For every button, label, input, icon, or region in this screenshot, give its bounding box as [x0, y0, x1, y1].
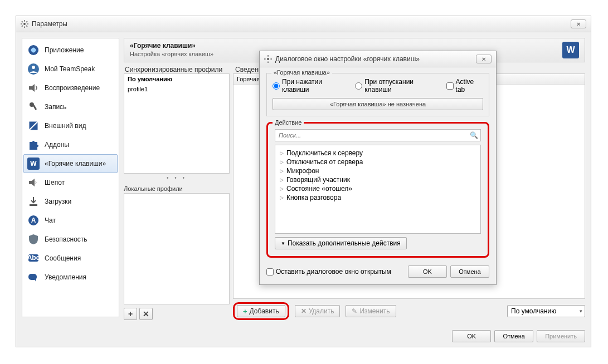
- add-button[interactable]: +Добавить: [237, 305, 285, 317]
- profile-dropdown[interactable]: По умолчанию: [507, 305, 585, 317]
- delete-button[interactable]: ✕Удалить: [295, 305, 341, 317]
- close-button[interactable]: ✕: [571, 19, 586, 28]
- sidebar-item-application[interactable]: Приложение: [23, 41, 118, 60]
- plus-icon: +: [243, 307, 247, 316]
- puzzle-icon: [27, 138, 40, 151]
- sidebar-item-downloads[interactable]: Загрузки: [23, 192, 118, 211]
- sidebar-item-label: Безопасность: [45, 235, 87, 243]
- checkbox-label: Оставить диалоговое окно открытым: [276, 268, 391, 276]
- on-release-radio[interactable]: При отпускании клавиши: [355, 78, 438, 94]
- svg-point-11: [32, 66, 35, 69]
- remove-profile-button[interactable]: ✕: [139, 308, 153, 320]
- chat-icon: A: [27, 214, 40, 227]
- tree-label: Подключиться к серверу: [286, 149, 363, 157]
- splitter-handle[interactable]: • • •: [124, 174, 230, 182]
- gear-icon: [264, 55, 272, 63]
- action-fieldset: Действие 🔍 ▷Подключиться к серверу ▷Откл…: [266, 122, 489, 258]
- hotkey-legend: «Горячая клавиша»: [271, 69, 332, 76]
- app-icon: [27, 43, 40, 57]
- profile-item[interactable]: profile1: [124, 84, 229, 94]
- edit-button[interactable]: ✎Изменить: [346, 305, 396, 317]
- expand-icon: ▷: [279, 186, 284, 191]
- hotkeys-icon: W: [27, 157, 40, 170]
- sidebar-item-label: Приложение: [45, 46, 84, 54]
- show-more-label: Показать дополнительные действия: [288, 239, 401, 247]
- sidebar-item-myteamspeak[interactable]: Мой TeamSpeak: [23, 60, 118, 78]
- radio-input[interactable]: [355, 82, 362, 90]
- svg-rect-19: [30, 204, 37, 206]
- sidebar-item-whisper[interactable]: Шепот: [23, 173, 118, 192]
- apply-button[interactable]: Применить: [537, 330, 585, 342]
- add-profile-button[interactable]: +: [124, 308, 137, 320]
- person-icon: [27, 62, 40, 76]
- radio-input[interactable]: [273, 82, 280, 90]
- titlebar: Параметры ✕: [16, 16, 591, 32]
- sidebar-item-messages[interactable]: Abc Сообщения: [23, 249, 118, 268]
- tree-item[interactable]: ▷Подключиться к серверу: [278, 149, 478, 158]
- svg-point-0: [23, 23, 26, 25]
- tree-item[interactable]: ▷Микрофон: [278, 166, 478, 175]
- sidebar-item-label: Загрузки: [45, 198, 71, 205]
- ok-button[interactable]: OK: [452, 330, 491, 342]
- sidebar-item-playback[interactable]: Воспроизведение: [23, 78, 118, 97]
- hotkey-dialog: Диалоговое окно настройки «горячих клави…: [259, 51, 497, 285]
- sidebar-item-chat[interactable]: A Чат: [23, 211, 118, 230]
- dialog-ok-button[interactable]: OK: [408, 265, 447, 278]
- hotkeys-logo-icon: W: [562, 42, 579, 58]
- dialog-title: Диалоговое окно настройки «горячих клави…: [275, 55, 420, 63]
- active-tab-checkbox[interactable]: Active tab: [446, 78, 483, 94]
- dialog-cancel-button[interactable]: Отмена: [450, 265, 489, 278]
- search-icon: 🔍: [470, 131, 478, 139]
- checkbox-label: Active tab: [456, 78, 483, 94]
- sidebar-item-label: Шепот: [45, 179, 65, 186]
- local-profiles-list[interactable]: [124, 193, 230, 304]
- action-tree[interactable]: ▷Подключиться к серверу ▷Отключиться от …: [275, 145, 481, 234]
- parameters-window: Параметры ✕ Приложение Мой TeamSpeak Вос…: [16, 16, 591, 347]
- sidebar-item-label: «Горячие клавиши»: [45, 160, 106, 168]
- checkbox-input[interactable]: [446, 82, 454, 90]
- sidebar-item-addons[interactable]: Аддоны: [23, 135, 118, 154]
- sidebar-item-label: Сообщения: [45, 254, 81, 262]
- dialog-close-button[interactable]: ✕: [476, 55, 492, 63]
- sidebar-item-security[interactable]: Безопасность: [23, 230, 118, 249]
- sidebar-item-design[interactable]: Внешний вид: [23, 116, 118, 135]
- pencil-icon: ✎: [352, 307, 357, 315]
- expand-icon: ▷: [279, 150, 284, 156]
- sidebar: Приложение Мой TeamSpeak Воспроизведение…: [22, 38, 119, 317]
- on-press-radio[interactable]: При нажатии клавиши: [273, 78, 347, 94]
- keep-open-checkbox[interactable]: Оставить диалоговое окно открытым: [266, 268, 391, 276]
- expand-icon: ▷: [279, 177, 284, 183]
- svg-line-5: [22, 21, 23, 22]
- tree-label: Микрофон: [286, 167, 319, 175]
- hotkey-fieldset: «Горячая клавиша» При нажатии клавиши Пр…: [266, 73, 489, 116]
- cancel-button[interactable]: Отмена: [494, 330, 533, 342]
- tree-label: Состояние «отошел»: [286, 185, 352, 193]
- svg-line-6: [26, 26, 27, 27]
- tree-item[interactable]: ▷Состояние «отошел»: [278, 184, 478, 193]
- sidebar-item-hotkeys[interactable]: W «Горячие клавиши»: [23, 154, 118, 173]
- tree-item[interactable]: ▷Кнопка разговора: [278, 193, 478, 202]
- profile-item[interactable]: По умолчанию: [124, 74, 229, 84]
- checkbox-input[interactable]: [266, 268, 274, 276]
- svg-text:Abc: Abc: [27, 254, 40, 262]
- shield-icon: [27, 233, 40, 246]
- sidebar-item-capture[interactable]: Запись: [23, 97, 118, 116]
- search-input[interactable]: [275, 129, 481, 141]
- sidebar-item-notifications[interactable]: Уведомления: [23, 268, 118, 287]
- show-more-actions-button[interactable]: ▼Показать дополнительные действия: [275, 237, 407, 249]
- add-label: Добавить: [250, 307, 279, 315]
- sync-profiles-list[interactable]: По умолчанию profile1: [124, 73, 230, 174]
- highlight-add: +Добавить: [233, 302, 289, 320]
- chevron-down-icon: ▼: [281, 241, 285, 246]
- sidebar-item-label: Уведомления: [45, 273, 86, 281]
- speaker-icon: [27, 81, 40, 95]
- tree-item[interactable]: ▷Отключиться от сервера: [278, 158, 478, 166]
- tree-item[interactable]: ▷Говорящий участник: [278, 175, 478, 184]
- assign-hotkey-button[interactable]: «Горячая клавиша» не назначена: [273, 98, 483, 110]
- svg-text:A: A: [31, 217, 36, 224]
- page-title: «Горячие клавиши»: [130, 42, 562, 50]
- svg-rect-14: [33, 105, 37, 110]
- window-title: Параметры: [32, 20, 67, 28]
- design-icon: [27, 119, 40, 132]
- svg-line-8: [22, 26, 23, 27]
